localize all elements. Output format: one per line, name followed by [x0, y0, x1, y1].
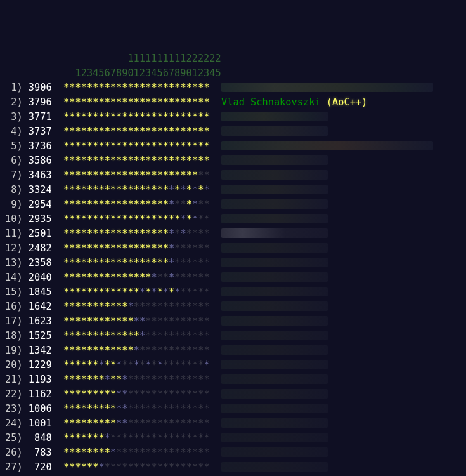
star-none: *: [151, 461, 157, 473]
star-none: *: [198, 330, 204, 341]
star-gold: *: [63, 111, 69, 122]
star-gold: *: [105, 257, 110, 268]
rank: 4): [5, 126, 23, 137]
star-none: *: [181, 330, 186, 341]
star-gold: *: [110, 126, 116, 137]
star-gold: *: [134, 286, 139, 298]
anonymous-user: [221, 287, 328, 296]
anonymous-user: [221, 389, 328, 399]
anonymous-user: [221, 360, 328, 369]
anonymous-user: [221, 185, 328, 194]
leaderboard-row: 24) 1001 *************************: [5, 416, 461, 431]
star-gold: *: [157, 213, 163, 225]
star-none: *: [204, 330, 209, 341]
star-none: *: [157, 432, 163, 444]
star-none: *: [139, 447, 145, 458]
star-gold: *: [204, 126, 209, 137]
star-gold: *: [98, 374, 104, 385]
star-gold: *: [63, 374, 69, 385]
star-none: *: [163, 388, 169, 400]
star-gold: *: [81, 447, 87, 458]
star-gold: *: [105, 140, 110, 152]
star-silver: *: [204, 359, 209, 371]
leaderboard-row: 21) 1193 *************************: [5, 373, 461, 387]
rank: 9): [5, 199, 23, 210]
star-gold: *: [169, 155, 174, 166]
star-gold: *: [122, 242, 127, 254]
star-none: *: [198, 301, 204, 312]
star-gold: *: [87, 388, 93, 400]
star-none: *: [151, 301, 157, 312]
star-none: *: [174, 315, 180, 327]
star-none: *: [192, 461, 198, 473]
star-gold: *: [81, 184, 87, 195]
star-gold: *: [192, 126, 198, 137]
star-none: *: [198, 359, 204, 371]
star-gold: *: [63, 315, 69, 327]
star-none: *: [139, 461, 145, 473]
star-none: *: [128, 447, 134, 458]
star-silver: *: [105, 374, 110, 385]
star-none: *: [181, 272, 186, 283]
star-gold: *: [204, 140, 209, 152]
star-gold: *: [69, 315, 75, 327]
star-gold: *: [151, 242, 157, 254]
star-gold: *: [63, 461, 69, 473]
rank: 5): [5, 140, 23, 152]
star-none: *: [139, 432, 145, 444]
star-gold: *: [186, 169, 192, 181]
star-gold: *: [75, 155, 81, 166]
star-none: *: [192, 330, 198, 341]
star-gold: *: [81, 257, 87, 268]
star-gold: *: [110, 374, 116, 385]
star-gold: *: [139, 242, 145, 254]
star-none: *: [110, 432, 116, 444]
star-gold: *: [98, 169, 104, 181]
star-gold: *: [174, 126, 180, 137]
star-gold: *: [69, 199, 75, 210]
star-none: *: [169, 315, 174, 327]
star-gold: *: [75, 199, 81, 210]
star-silver: *: [169, 228, 174, 239]
anonymous-user: [221, 83, 433, 92]
star-silver: *: [98, 461, 104, 473]
star-gold: *: [81, 126, 87, 137]
star-none: *: [139, 374, 145, 385]
star-none: *: [204, 388, 209, 400]
star-none: *: [181, 461, 186, 473]
star-silver: *: [169, 184, 174, 195]
star-gold: *: [122, 213, 127, 225]
star-gold: *: [157, 286, 163, 298]
star-none: *: [157, 403, 163, 414]
star-gold: *: [75, 126, 81, 137]
star-gold: *: [151, 257, 157, 268]
star-gold: *: [105, 96, 110, 108]
star-gold: *: [110, 111, 116, 122]
star-none: *: [169, 447, 174, 458]
star-gold: *: [81, 418, 87, 429]
star-gold: *: [169, 96, 174, 108]
star-gold: *: [116, 301, 122, 312]
star-gold: *: [110, 301, 116, 312]
star-none: *: [204, 169, 209, 181]
star-gold: *: [198, 184, 204, 195]
leaderboard-row: 22) 1162 *************************: [5, 387, 461, 402]
user-name[interactable]: Vlad Schnakovszki: [221, 96, 321, 108]
leaderboard-row: 10) 2935 *************************: [5, 212, 461, 227]
star-none: *: [169, 388, 174, 400]
star-none: *: [157, 461, 163, 473]
star-gold: *: [105, 228, 110, 239]
star-gold: *: [81, 345, 87, 356]
star-gold: *: [204, 96, 209, 108]
star-gold: *: [116, 330, 122, 341]
star-gold: *: [134, 96, 139, 108]
star-none: *: [186, 374, 192, 385]
star-gold: *: [163, 184, 169, 195]
star-none: *: [186, 257, 192, 268]
star-gold: *: [128, 315, 134, 327]
star-gold: *: [105, 155, 110, 166]
score: 1642: [23, 301, 52, 312]
star-none: *: [128, 432, 134, 444]
star-gold: *: [128, 213, 134, 225]
anonymous-user: [221, 404, 328, 413]
